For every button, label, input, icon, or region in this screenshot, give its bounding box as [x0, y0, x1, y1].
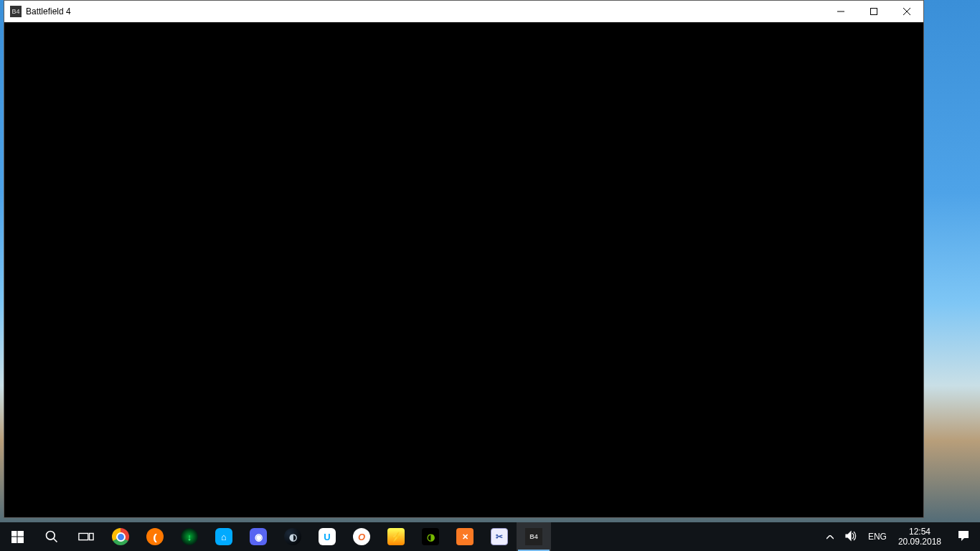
nvidia-icon: [422, 528, 439, 545]
speaker-icon: [845, 530, 857, 544]
snipping-tool-taskbar-item[interactable]: [482, 522, 517, 551]
uplay-taskbar-item[interactable]: [310, 522, 344, 551]
tray-overflow-button[interactable]: [821, 522, 839, 551]
steam-taskbar-item[interactable]: [275, 522, 310, 551]
svg-line-9: [54, 539, 57, 542]
window-content-black: [4, 22, 923, 517]
window-title: Battlefield 4: [26, 6, 71, 17]
battlefield4-icon: B4: [10, 6, 22, 17]
vortex-taskbar-item[interactable]: [172, 522, 207, 551]
clock-time: 12:54: [909, 527, 930, 537]
clock-date: 20.09.2018: [898, 537, 941, 547]
clock[interactable]: 12:54 20.09.2018: [892, 522, 947, 551]
taskbar: B4 ENG 12:54 20.09.2018: [0, 522, 980, 551]
search-button[interactable]: [34, 522, 69, 551]
language-label: ENG: [868, 532, 887, 542]
chrome-taskbar-item[interactable]: [103, 522, 138, 551]
task-view-button[interactable]: [69, 522, 103, 551]
steam-icon: [284, 528, 301, 545]
svg-rect-11: [90, 533, 93, 540]
language-indicator[interactable]: ENG: [862, 522, 892, 551]
start-button[interactable]: [0, 522, 34, 551]
notification-icon: [958, 530, 969, 544]
snipping-tool-icon: [491, 528, 508, 545]
svg-rect-7: [17, 537, 24, 543]
avast-icon: [146, 528, 164, 545]
uplaypc-taskbar-item[interactable]: [207, 522, 241, 551]
task-view-icon: [77, 528, 95, 545]
daemon-tools-taskbar-item[interactable]: [379, 522, 413, 551]
battlefield4-taskbar-item[interactable]: B4: [517, 522, 551, 551]
uplaypc-icon: [215, 528, 232, 545]
svg-rect-5: [17, 531, 24, 536]
svg-marker-12: [846, 532, 851, 540]
action-center-button[interactable]: [947, 522, 980, 551]
discord-taskbar-item[interactable]: [241, 522, 275, 551]
titlebar[interactable]: B4 Battlefield 4: [4, 1, 923, 22]
svg-rect-4: [11, 531, 17, 536]
search-icon: [43, 528, 60, 545]
vortex-icon: [181, 528, 198, 545]
battlefield4-task-icon: B4: [525, 528, 542, 545]
maximize-button[interactable]: [857, 1, 890, 22]
svg-rect-1: [871, 9, 877, 15]
xampp-taskbar-item[interactable]: [448, 522, 482, 551]
chrome-icon: [112, 528, 129, 545]
minimize-button[interactable]: [824, 1, 857, 22]
app-window: B4 Battlefield 4: [4, 0, 924, 518]
discord-icon: [250, 528, 267, 545]
window-controls: [824, 1, 923, 22]
xampp-icon: [456, 528, 473, 545]
windows-logo-icon: [9, 528, 26, 545]
svg-rect-6: [11, 537, 17, 543]
origin-icon: [353, 528, 370, 545]
origin-taskbar-item[interactable]: [344, 522, 379, 551]
close-button[interactable]: [890, 1, 923, 22]
chevron-up-icon: [826, 532, 834, 542]
avast-taskbar-item[interactable]: [138, 522, 172, 551]
svg-rect-10: [79, 533, 88, 540]
nvidia-taskbar-item[interactable]: [413, 522, 448, 551]
svg-point-8: [47, 532, 55, 540]
volume-button[interactable]: [839, 522, 862, 551]
uplay-icon: [319, 528, 336, 545]
daemon-tools-icon: [387, 528, 405, 545]
